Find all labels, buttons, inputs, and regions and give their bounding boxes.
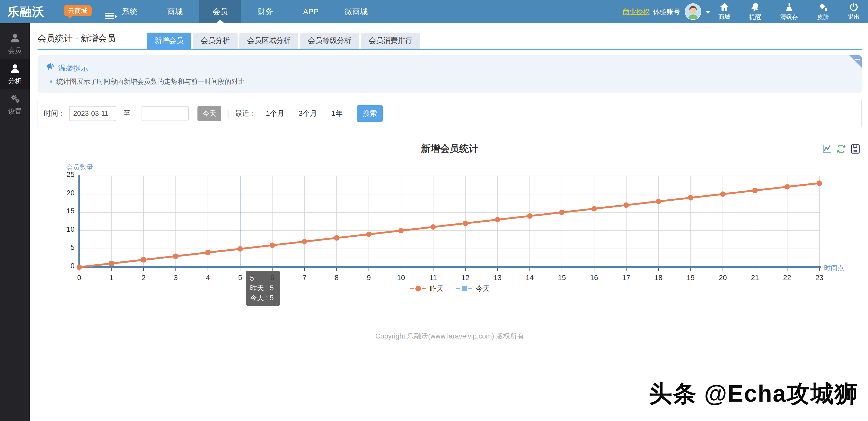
cloud-mall-badge: 云商城 [64, 5, 92, 16]
date-from-input[interactable] [69, 106, 116, 121]
watermark-text: 头条 @Echa攻城狮 [649, 378, 859, 410]
svg-text:3: 3 [174, 273, 178, 282]
page-title: 会员统计 - 新增会员 [37, 28, 116, 49]
navbar-action-label: 皮肤 [817, 13, 829, 21]
svg-text:20: 20 [66, 189, 74, 197]
notice-bullet-list: 统计图展示了时间段内新增会员数的走势和与前一时间段的对比 [50, 77, 245, 88]
chevron-down-icon[interactable] [706, 11, 710, 14]
legend-item-yesterday[interactable]: 昨天 [410, 284, 444, 293]
navbar-action-logout[interactable]: 退出 [848, 0, 860, 23]
tab-member-analysis[interactable]: 会员分析 [193, 33, 238, 48]
svg-text:12: 12 [461, 273, 469, 282]
svg-text:19: 19 [687, 273, 694, 282]
svg-text:6: 6 [270, 273, 274, 282]
save-image-icon[interactable] [850, 144, 860, 155]
chart-toolbox [822, 144, 860, 155]
navbar-actions: 商城 提醒 清缓存 皮肤 退出 [716, 0, 862, 23]
refresh-icon[interactable] [836, 144, 846, 155]
home-icon [720, 2, 729, 13]
svg-text:15: 15 [558, 273, 566, 282]
navbar-action-label: 退出 [848, 13, 860, 21]
recent-label: 最近： [235, 108, 256, 119]
nav-item-member[interactable]: 会员 [199, 0, 241, 23]
nav-item-finance[interactable]: 财务 [245, 0, 286, 23]
quick-range-3-months[interactable]: 3个月 [299, 108, 317, 119]
tab-region-analysis[interactable]: 会员区域分析 [239, 33, 299, 48]
svg-text:23: 23 [815, 273, 823, 282]
sidebar-item-label: 设置 [8, 107, 22, 116]
svg-text:7: 7 [303, 273, 307, 282]
sidebar-item-label: 会员 [8, 46, 22, 55]
navbar-action-label: 提醒 [749, 13, 761, 21]
sidebar-item-settings[interactable]: 设置 [0, 90, 30, 120]
search-button[interactable]: 搜索 [357, 105, 383, 122]
tab-bar: 新增会员会员分析会员区域分析会员等级分析会员消费排行 [147, 33, 420, 48]
notice-bullet: 统计图展示了时间段内新增会员数的走势和与前一时间段的对比 [50, 77, 245, 86]
sidebar-item-analysis[interactable]: 分析 [0, 59, 30, 90]
skin-icon [818, 2, 828, 13]
chart-legend: 昨天 今天 [37, 284, 862, 293]
svg-text:5: 5 [238, 273, 242, 282]
today-button[interactable]: 今天 [197, 106, 221, 121]
notice-title: 温馨提示 [58, 63, 88, 73]
bullet-dot-icon [50, 80, 52, 83]
collapse-corner-button[interactable] [849, 55, 862, 68]
nav-item-mall[interactable]: 商城 [154, 0, 196, 23]
svg-text:17: 17 [622, 273, 630, 282]
license-link[interactable]: 商业授权 [623, 0, 650, 23]
filter-bar: 时间： 至 今天 | 最近： 1个月3个月1年 搜索 [37, 100, 862, 127]
nav-item-system[interactable]: 系统 [109, 0, 151, 23]
tab-new-members[interactable]: 新增会员 [147, 33, 191, 48]
sidebar-item-members[interactable]: 会员 [0, 28, 30, 59]
avatar-image [685, 4, 701, 20]
svg-text:4: 4 [206, 273, 210, 282]
svg-text:13: 13 [494, 273, 501, 282]
account-name[interactable]: 体验账号 [653, 0, 680, 23]
navbar-action-mall[interactable]: 商城 [718, 0, 730, 23]
svg-text:21: 21 [751, 273, 759, 282]
legend-label: 昨天 [430, 284, 444, 293]
top-navbar: 乐融沃 云商城 系统商城会员财务APP微商城 商业授权 体验账号 商城 提醒 清… [0, 0, 868, 23]
svg-text:22: 22 [783, 273, 791, 282]
quick-range-1-month[interactable]: 1个月 [266, 108, 284, 119]
navbar-action-clear-cache[interactable]: 清缓存 [780, 0, 798, 23]
navbar-action-skin[interactable]: 皮肤 [817, 0, 829, 23]
user-icon [10, 33, 20, 44]
svg-text:0: 0 [70, 262, 74, 270]
date-to-input[interactable] [142, 106, 189, 121]
notice-bullet-text: 统计图展示了时间段内新增会员数的走势和与前一时间段的对比 [56, 77, 245, 86]
svg-text:10: 10 [66, 225, 74, 233]
navbar-action-label: 商城 [718, 13, 730, 21]
svg-text:16: 16 [590, 273, 598, 282]
divider: | [227, 109, 229, 119]
svg-text:时间点: 时间点 [824, 264, 844, 272]
svg-text:0: 0 [77, 273, 81, 282]
svg-text:1: 1 [110, 273, 114, 282]
legend-item-today[interactable]: 今天 [456, 284, 490, 293]
svg-text:会员数量: 会员数量 [66, 163, 93, 171]
tab-consumption-ranking[interactable]: 会员消费排行 [361, 33, 420, 48]
nav-item-micro-mall[interactable]: 微商城 [335, 0, 377, 23]
user-icon [10, 63, 20, 74]
line-chart[interactable]: 0123456789101112131415161718192021222305… [0, 163, 868, 285]
navbar-action-label: 清缓存 [780, 13, 798, 21]
gears-icon [10, 94, 20, 105]
svg-text:14: 14 [526, 273, 534, 282]
to-label: 至 [123, 108, 131, 119]
tab-level-analysis[interactable]: 会员等级分析 [300, 33, 359, 48]
navbar-action-remind[interactable]: 提醒 [749, 0, 761, 23]
chart-title: 新增会员统计 [37, 142, 862, 155]
quick-range-1-year[interactable]: 1年 [331, 108, 343, 119]
sidebar-item-label: 分析 [8, 76, 22, 86]
svg-text:8: 8 [335, 273, 339, 282]
svg-text:9: 9 [367, 273, 371, 282]
time-label: 时间： [44, 108, 65, 119]
sidebar: 会员 分析 设置 [0, 23, 30, 421]
app-logo: 乐融沃 [7, 0, 44, 23]
megaphone-icon [46, 62, 55, 72]
avatar[interactable] [685, 3, 701, 20]
tooltip-row: 今天 : 5 [250, 293, 274, 303]
nav-item-app[interactable]: APP [290, 0, 332, 23]
copyright-text: Copyright 乐融沃(www.laravelvip.com) 版权所有 [37, 331, 862, 341]
line-chart-icon[interactable] [822, 144, 832, 155]
